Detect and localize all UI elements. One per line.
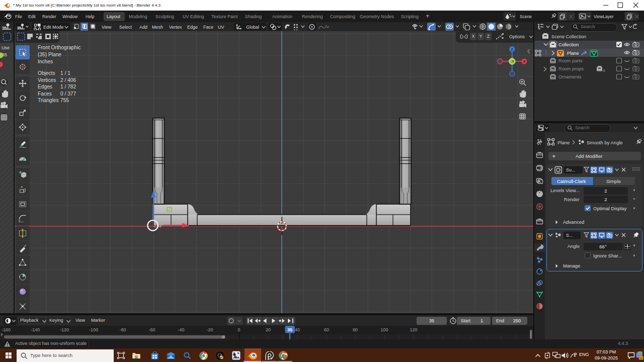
svg-text:Triangles: Triangles xyxy=(38,98,59,103)
svg-text:60: 60 xyxy=(324,327,329,332)
svg-text:(35) Plane: (35) Plane xyxy=(38,52,61,57)
svg-text:Su...: Su... xyxy=(566,167,576,172)
svg-text:1 / 1: 1 / 1 xyxy=(60,70,70,76)
svg-text:Smooth by Angle: Smooth by Angle xyxy=(587,140,623,145)
svg-text:Ornaments: Ornaments xyxy=(558,74,582,79)
svg-text:80: 80 xyxy=(353,327,358,332)
svg-text:Inches: Inches xyxy=(38,59,53,64)
svg-text:0: 0 xyxy=(237,327,240,332)
svg-text:-80: -80 xyxy=(119,327,126,332)
svg-text:40: 40 xyxy=(295,327,300,332)
svg-text:20: 20 xyxy=(266,327,271,332)
svg-text:4: 4 xyxy=(603,68,605,73)
svg-text:-Y: -Y xyxy=(511,60,514,63)
svg-text:Vertices: Vertices xyxy=(38,77,56,83)
svg-text:-60: -60 xyxy=(148,327,155,332)
svg-text:0 / 377: 0 / 377 xyxy=(60,91,76,97)
svg-text:Plane: Plane xyxy=(557,140,570,145)
svg-text:Scene Collection: Scene Collection xyxy=(551,34,586,39)
svg-text:S...: S... xyxy=(566,233,573,238)
svg-text:1 / 782: 1 / 782 xyxy=(60,84,76,89)
svg-text:Objects: Objects xyxy=(38,70,55,76)
svg-text:100: 100 xyxy=(380,327,388,332)
svg-text:FREE: FREE xyxy=(638,357,643,359)
svg-text:Front Orthographic: Front Orthographic xyxy=(38,45,81,50)
svg-text:Faces: Faces xyxy=(38,91,52,97)
svg-text:755: 755 xyxy=(60,98,69,103)
svg-text:-120: -120 xyxy=(60,327,69,332)
svg-text:X: X xyxy=(523,59,525,64)
svg-text:Collection: Collection xyxy=(558,42,579,47)
svg-text:Z: Z xyxy=(511,47,514,52)
svg-text:2 / 406: 2 / 406 xyxy=(60,77,76,83)
svg-text:-40: -40 xyxy=(178,327,184,332)
svg-text:35: 35 xyxy=(287,327,292,332)
svg-text:Edges: Edges xyxy=(38,84,52,89)
svg-text:120: 120 xyxy=(410,327,417,332)
svg-text:-100: -100 xyxy=(89,327,98,332)
svg-text:-160: -160 xyxy=(2,327,11,332)
svg-text:-20: -20 xyxy=(206,327,213,332)
svg-text:-140: -140 xyxy=(31,327,40,332)
svg-text:Room props: Room props xyxy=(558,66,584,71)
svg-text:Room parts: Room parts xyxy=(558,58,583,63)
svg-text:Plane: Plane xyxy=(567,51,579,56)
